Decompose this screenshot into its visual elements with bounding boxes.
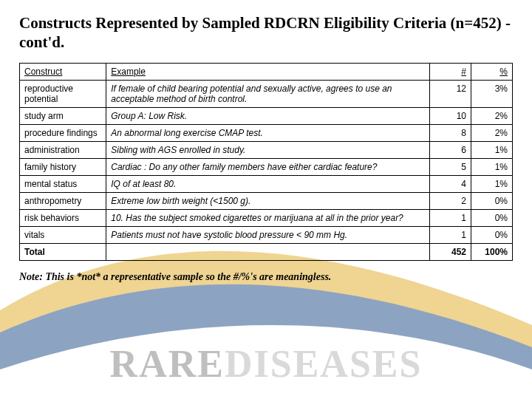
- slide-title: Constructs Represented by Sampled RDCRN …: [19, 13, 513, 52]
- watermark-text: RAREDISEASES: [110, 342, 423, 386]
- cell-count: 10: [430, 107, 471, 124]
- cell-construct: family history: [20, 158, 106, 175]
- table-row: reproductive potentialIf female of child…: [20, 80, 513, 107]
- cell-example: Group A: Low Risk.: [106, 107, 430, 124]
- cell-total-label: Total: [20, 243, 106, 260]
- cell-construct: mental status: [20, 175, 106, 192]
- col-count: #: [430, 63, 471, 80]
- cell-example: An abnormal long exercise CMAP test.: [106, 124, 430, 141]
- cell-pct: 3%: [471, 80, 513, 107]
- table-row: family historyCardiac : Do any other fam…: [20, 158, 513, 175]
- cell-count: 6: [430, 141, 471, 158]
- cell-pct: 2%: [471, 107, 513, 124]
- constructs-table: Construct Example # % reproductive poten…: [19, 63, 513, 261]
- cell-example: 10. Has the subject smoked cigarettes or…: [106, 209, 430, 226]
- cell-count: 4: [430, 175, 471, 192]
- cell-count: 1: [430, 209, 471, 226]
- cell-example: IQ of at least 80.: [106, 175, 430, 192]
- col-example: Example: [106, 63, 430, 80]
- cell-pct: 1%: [471, 158, 513, 175]
- col-pct: %: [471, 63, 513, 80]
- cell-pct: 0%: [471, 192, 513, 209]
- cell-total-empty: [106, 243, 430, 260]
- cell-count: 5: [430, 158, 471, 175]
- cell-count: 2: [430, 192, 471, 209]
- footnote: Note: This is *not* a representative sam…: [19, 271, 513, 283]
- cell-count: 12: [430, 80, 471, 107]
- cell-construct: vitals: [20, 226, 106, 243]
- table-row: study armGroup A: Low Risk.102%: [20, 107, 513, 124]
- cell-pct: 2%: [471, 124, 513, 141]
- cell-example: Patients must not have systolic blood pr…: [106, 226, 430, 243]
- col-construct: Construct: [20, 63, 106, 80]
- cell-pct: 1%: [471, 175, 513, 192]
- table-row: vitalsPatients must not have systolic bl…: [20, 226, 513, 243]
- cell-construct: risk behaviors: [20, 209, 106, 226]
- cell-pct: 0%: [471, 209, 513, 226]
- cell-construct: reproductive potential: [20, 80, 106, 107]
- table-header-row: Construct Example # %: [20, 63, 513, 80]
- slide-content: Constructs Represented by Sampled RDCRN …: [0, 0, 532, 290]
- cell-construct: study arm: [20, 107, 106, 124]
- cell-example: If female of child bearing potential and…: [106, 80, 430, 107]
- cell-count: 1: [430, 226, 471, 243]
- table-row: anthropometryExtreme low birth weight (<…: [20, 192, 513, 209]
- cell-pct: 1%: [471, 141, 513, 158]
- cell-example: Cardiac : Do any other family members ha…: [106, 158, 430, 175]
- cell-construct: procedure findings: [20, 124, 106, 141]
- table-row: mental statusIQ of at least 80.41%: [20, 175, 513, 192]
- table-row: risk behaviors10. Has the subject smoked…: [20, 209, 513, 226]
- table-total-row: Total452100%: [20, 243, 513, 260]
- cell-count: 8: [430, 124, 471, 141]
- cell-pct: 0%: [471, 226, 513, 243]
- cell-example: Extreme low birth weight (<1500 g).: [106, 192, 430, 209]
- cell-construct: anthropometry: [20, 192, 106, 209]
- cell-construct: administration: [20, 141, 106, 158]
- cell-total-pct: 100%: [471, 243, 513, 260]
- cell-total-count: 452: [430, 243, 471, 260]
- cell-example: Sibling with AGS enrolled in study.: [106, 141, 430, 158]
- table-row: administrationSibling with AGS enrolled …: [20, 141, 513, 158]
- table-row: procedure findingsAn abnormal long exerc…: [20, 124, 513, 141]
